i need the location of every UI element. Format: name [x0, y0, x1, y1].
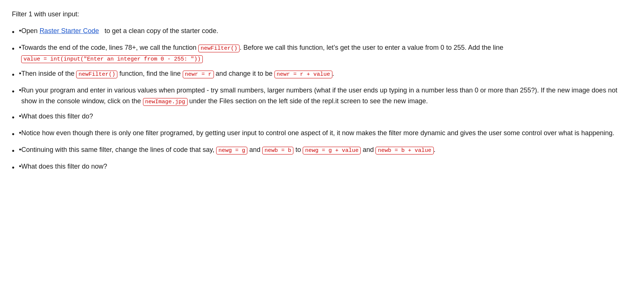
item2-content: Towards the end of the code, lines 78+, … [21, 42, 632, 64]
code-newfilter-1: newFilter() [198, 45, 240, 52]
code-newg-g: newg = g [216, 147, 247, 154]
code-newfilter-2: newFilter() [76, 71, 117, 78]
item2-text2: . Before we call this function, let’s ge… [240, 44, 503, 51]
raster-starter-code-link[interactable]: Raster Starter Code [39, 27, 99, 35]
item4-text2: under the Files section on the left side… [188, 97, 428, 105]
item7-text5: . [434, 146, 436, 153]
list-item: • What does this filter do now? [12, 161, 632, 173]
item6-text: Notice how even though there is only one… [21, 129, 614, 137]
item7-text1: Continuing with this same filter, change… [21, 146, 216, 153]
list-item: • Open Raster Starter Code to get a clea… [12, 26, 632, 38]
list-item: • Notice how even though there is only o… [12, 128, 632, 140]
item3-content: Then inside of the newFilter() function,… [21, 68, 632, 79]
item8-content: What does this filter do now? [21, 161, 632, 172]
code-newr-r: newr = r [183, 71, 214, 78]
item3-text1: Then inside of the [21, 70, 76, 77]
code-newb-b: newb = b [262, 147, 293, 154]
list-item: • What does this filter do? [12, 111, 632, 123]
item7-content: Continuing with this same filter, change… [21, 144, 632, 155]
code-newg-g-value: newg = g + value [303, 147, 361, 154]
item1-content: Open Raster Starter Code to get a clean … [21, 26, 632, 36]
item6-content: Notice how even though there is only one… [21, 128, 632, 139]
code-newb-b-value: newb = b + value [375, 147, 433, 154]
list-item: • Run your program and enter in various … [12, 85, 632, 107]
item1-text-before: Open [21, 27, 39, 35]
item4-content: Run your program and enter in various va… [21, 85, 632, 107]
list-item: • Then inside of the newFilter() functio… [12, 68, 632, 81]
item3-text2: function, find the line [117, 70, 182, 77]
list-item: • Towards the end of the code, lines 78+… [12, 42, 632, 64]
instruction-list: • Open Raster Starter Code to get a clea… [12, 26, 632, 173]
page-title: Filter 1 with user input: [12, 9, 632, 20]
item8-text: What does this filter do now? [21, 163, 107, 170]
code-value-input: value = int(input("Enter an integer from… [21, 55, 203, 63]
item7-text4: and [361, 146, 375, 153]
item7-text3: to [293, 146, 303, 153]
item3-text3: and change it to be [214, 70, 274, 77]
item7-text2: and [247, 146, 262, 153]
item2-text1: Towards the end of the code, lines 78+, … [21, 44, 198, 51]
code-newimage-jpg: newImage.jpg [143, 98, 188, 106]
item5-text: What does this filter do? [21, 113, 93, 120]
code-newr-r-value: newr = r + value [274, 71, 332, 78]
list-item: • Continuing with this same filter, chan… [12, 144, 632, 157]
item5-content: What does this filter do? [21, 111, 632, 122]
item1-text-after: to get a clean copy of the starter code. [99, 27, 218, 35]
item3-text4: . [332, 70, 334, 77]
